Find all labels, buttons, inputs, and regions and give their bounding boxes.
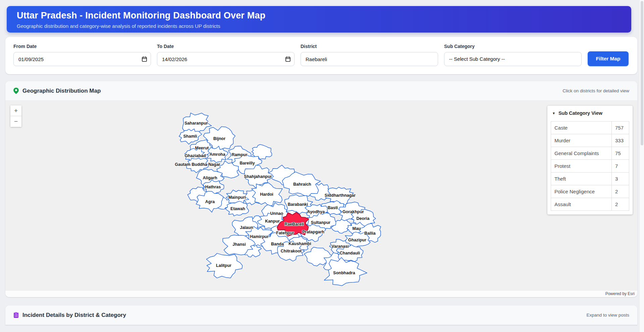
subcategory-row-label: Murder: [551, 134, 612, 147]
collapse-icon[interactable]: ▼: [552, 111, 555, 115]
subcategory-table-body: Caste757Murder333General Complaints75Pro…: [551, 122, 629, 211]
subcategory-row: Police Negligence2: [551, 185, 629, 198]
district-label[interactable]: Varanasi: [331, 244, 348, 249]
district-label[interactable]: Rampur: [231, 152, 247, 157]
subcategory-row-label: Protest: [551, 160, 612, 173]
map-zoom-control: + −: [10, 105, 21, 127]
district-label[interactable]: Lalitpur: [216, 263, 231, 268]
district-label[interactable]: Gorakhpur: [342, 209, 364, 214]
district-label[interactable]: Hardoi: [260, 192, 273, 197]
district-label[interactable]: Sonbhadra: [333, 271, 355, 275]
district-label[interactable]: Hamirpur: [250, 234, 269, 239]
subcategory-row-value: 2: [612, 198, 629, 211]
district-label[interactable]: Banda: [271, 242, 284, 246]
district-label[interactable]: Shahjahanpur: [244, 174, 272, 179]
subcategory-row: Assault2: [551, 198, 629, 211]
sub-category-panel: ▼ Sub Category View Caste757Murder333Gen…: [547, 106, 633, 215]
page-title: Uttar Pradesh - Incident Monitoring Dash…: [17, 10, 621, 21]
subcategory-row-label: Police Negligence: [551, 185, 612, 198]
district-label[interactable]: Etawah: [230, 206, 245, 211]
details-section-title: Incident Details by District & Category: [22, 312, 126, 319]
district-label[interactable]: Mau: [353, 226, 361, 231]
subcategory-row-label: Caste: [551, 122, 612, 134]
district-label[interactable]: Pratapgarh: [302, 230, 324, 234]
district-label[interactable]: Gautam Buddha Nagar: [175, 162, 220, 167]
subcategory-row-label: Assault: [551, 198, 612, 211]
details-section-hint: Expand to view posts: [586, 313, 629, 318]
sub-category-select[interactable]: -- Select Sub Category --: [444, 52, 582, 66]
district-label[interactable]: Mainpuri: [228, 195, 246, 200]
scrollbar-thumb[interactable]: [641, 1, 643, 145]
clipboard-icon: [13, 312, 19, 318]
sub-category-panel-title: Sub Category View: [558, 110, 602, 116]
district-label[interactable]: Aligarh: [203, 176, 217, 180]
map-section: Geographic Distribution Map Click on dis…: [5, 81, 637, 297]
page-header: Uttar Pradesh - Incident Monitoring Dash…: [7, 6, 631, 33]
district-label[interactable]: Ballia: [364, 231, 375, 236]
district-label[interactable]: Ghaziabad: [184, 153, 206, 158]
district-label[interactable]: Chitrakoot: [281, 249, 302, 253]
map-pin-icon: [13, 88, 19, 94]
calendar-icon[interactable]: [285, 56, 290, 62]
district-label[interactable]: Deoria: [357, 216, 370, 221]
map-canvas[interactable]: SaharanpurShamliBijnorMeerutGhaziabadAmr…: [5, 101, 637, 297]
district-label[interactable]: Siddharthnagar: [325, 193, 356, 198]
district-label[interactable]: Jhansi: [232, 242, 246, 247]
district-label[interactable]: RaeBareli: [284, 222, 304, 227]
subcategory-row-value: 2: [612, 185, 629, 198]
page-scrollbar[interactable]: [639, 0, 644, 332]
subcategory-row: Protest7: [551, 160, 629, 173]
zoom-in-button[interactable]: +: [10, 105, 21, 116]
district-label[interactable]: Barabanki: [288, 202, 308, 207]
subcategory-row-value: 7: [612, 160, 629, 173]
subcategory-row: Theft3: [551, 173, 629, 185]
dashboard-page: Uttar Pradesh - Incident Monitoring Dash…: [0, 6, 639, 332]
district-label[interactable]: Kaushambi: [288, 241, 311, 246]
from-date-input[interactable]: [13, 52, 151, 66]
sub-category-panel-header: ▼ Sub Category View: [552, 110, 629, 116]
page-subtitle: Geographic distribution and category-wis…: [17, 23, 621, 29]
subcategory-row: Murder333: [551, 134, 629, 147]
subcategory-row-value: 75: [612, 147, 629, 160]
from-date-label: From Date: [13, 44, 151, 49]
from-date-field: From Date: [13, 44, 151, 66]
to-date-field: To Date: [157, 44, 294, 66]
sub-category-label: Sub Category: [444, 44, 582, 49]
subcategory-row-value: 757: [612, 122, 629, 134]
district-label[interactable]: Sultanpur: [311, 220, 330, 225]
map-section-hint: Click on districts for detailed view: [562, 88, 629, 93]
map-section-header: Geographic Distribution Map Click on dis…: [5, 81, 637, 101]
district-label[interactable]: Bijnor: [213, 136, 225, 141]
filter-map-button[interactable]: Filter Map: [588, 51, 629, 66]
district-label: District: [301, 44, 438, 49]
details-section: Incident Details by District & Category …: [5, 305, 637, 325]
subcategory-row-value: 3: [612, 173, 629, 185]
district-label[interactable]: Shamli: [183, 134, 197, 139]
subcategory-row: Caste757: [551, 122, 629, 134]
district-label[interactable]: Saharanpur: [184, 121, 208, 126]
district-input[interactable]: [301, 52, 438, 66]
district-label[interactable]: Bahraich: [293, 182, 311, 187]
district-label[interactable]: Ayodhya: [307, 209, 325, 214]
district-label[interactable]: Unnao: [270, 211, 283, 216]
district-label[interactable]: Chandauli: [340, 251, 360, 255]
details-section-header: Incident Details by District & Category …: [5, 305, 637, 325]
district-label[interactable]: Jalaun: [240, 225, 253, 230]
district-label[interactable]: Hathras: [205, 185, 221, 189]
sub-category-field: Sub Category -- Select Sub Category --: [444, 44, 582, 66]
district-label[interactable]: Agra: [205, 199, 215, 204]
district-label[interactable]: Basti: [328, 205, 338, 210]
district-label[interactable]: Meerut: [195, 146, 209, 150]
district-label[interactable]: Kanpur: [265, 219, 280, 224]
to-date-input[interactable]: [157, 52, 294, 66]
subcategory-row-label: Theft: [551, 173, 612, 185]
subcategory-row-value: 333: [612, 134, 629, 147]
zoom-out-button[interactable]: −: [10, 116, 21, 127]
district-label[interactable]: Fatehpur: [276, 231, 294, 235]
subcategory-row-label: General Complaints: [551, 147, 612, 160]
district-label[interactable]: Bareilly: [239, 161, 255, 165]
filter-bar: From Date To Date: [5, 37, 637, 74]
district-label[interactable]: Ghazipur: [348, 238, 366, 242]
district-label[interactable]: Amroha: [209, 152, 225, 157]
calendar-icon[interactable]: [142, 56, 147, 62]
